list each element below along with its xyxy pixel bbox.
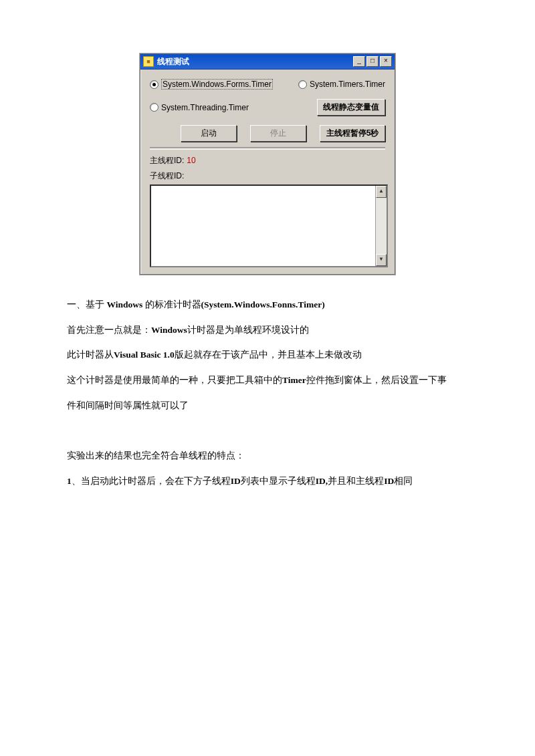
heading-line: 一、基于 Windows 的标准计时器(System.Windows.Fonns… [67,295,468,315]
main-thread-label: 主线程ID: [150,155,184,166]
radio-threading-timer[interactable]: System.Threading.Timer [150,103,249,112]
pause-5s-button[interactable]: 主线程暂停5秒 [320,125,385,142]
maximize-button[interactable]: □ [366,56,379,67]
app-icon: ■ [143,56,154,67]
window-title: 线程测试 [157,56,353,68]
stop-button[interactable]: 停止 [250,125,306,142]
scroll-up-icon[interactable]: ▲ [376,186,387,198]
scroll-track[interactable] [376,198,387,254]
paragraph: 实验出来的结果也完全符合单线程的特点： [67,446,468,466]
radio-dot-icon [298,80,307,89]
dialog-window: ■ 线程测试 _ □ × System.Windows.Forms.Timer … [140,53,395,275]
article-body: 一、基于 Windows 的标准计时器(System.Windows.Fonns… [67,295,468,491]
scroll-down-icon[interactable]: ▼ [376,254,387,266]
window-buttons: _ □ × [353,56,392,67]
radio-winforms-timer[interactable]: System.Windows.Forms.Timer [150,79,273,90]
paragraph: 首先注意一点就是：Windows计时器是为单线程环境设计的 [67,320,468,340]
radio-timers-timer[interactable]: System.Timers.Timer [298,80,385,89]
start-button[interactable]: 启动 [181,125,237,142]
divider [150,147,385,150]
main-thread-value: 10 [187,156,195,165]
paragraph: 1、当启动此计时器后，会在下方子线程ID列表中显示子线程ID,并且和主线程ID相… [67,471,468,491]
paragraph: 这个计时器是使用最简单的一种，只要把工具箱中的Timer控件拖到窗体上，然后设置… [67,370,468,390]
sub-thread-id-line: 子线程ID: [150,170,385,182]
scrollbar[interactable]: ▲ ▼ [375,186,387,266]
paragraph: 件和间隔时间等属性就可以了 [67,396,468,416]
minimize-button[interactable]: _ [353,56,365,67]
titlebar: ■ 线程测试 _ □ × [140,54,395,70]
main-thread-id-line: 主线程ID: 10 [150,155,385,166]
radio-dot-icon [150,103,158,112]
sub-thread-listbox[interactable]: ▲ ▼ [150,184,388,267]
close-button[interactable]: × [380,56,392,67]
paragraph: 此计时器从Visual Basic 1.0版起就存在于该产品中，并且基本上未做改… [67,345,468,365]
sub-thread-label: 子线程ID: [150,170,184,182]
static-var-button[interactable]: 线程静态变量值 [317,99,385,116]
radio-dot-icon [150,80,158,89]
